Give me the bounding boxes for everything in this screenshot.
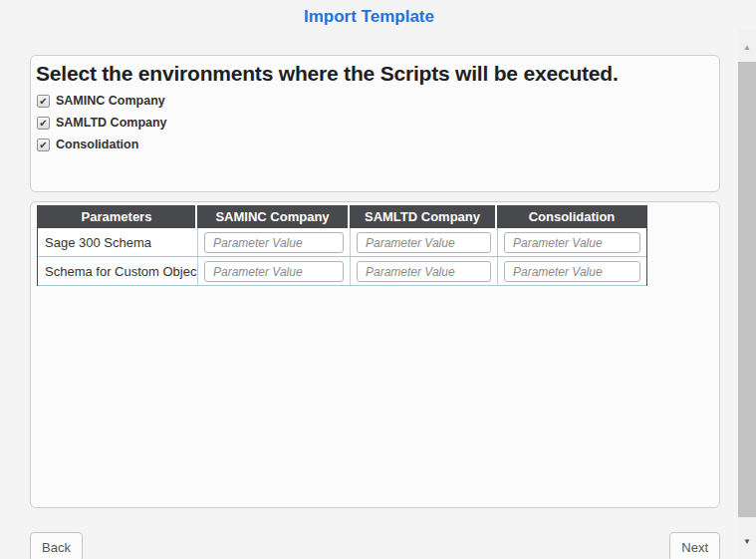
table-header-row: Parameters SAMINC Company SAMLTD Company… (38, 205, 646, 228)
table-cell (350, 257, 497, 285)
checkbox-row-samltd[interactable]: ✔ SAMLTD Company (37, 112, 719, 134)
parameter-value-input[interactable] (204, 232, 344, 253)
scroll-up-icon[interactable]: ▲ (738, 43, 756, 53)
vertical-scrollbar[interactable]: ▲ ▼ (738, 30, 756, 559)
parameter-name: Sage 300 Schema (38, 228, 197, 256)
environments-heading: Select the environments where the Script… (36, 62, 719, 86)
column-header-consolidation: Consolidation (497, 205, 646, 228)
parameter-value-input[interactable] (504, 261, 640, 282)
column-header-samltd: SAMLTD Company (350, 205, 495, 228)
import-template-page: Import Template Select the environments … (0, 0, 756, 559)
checkbox-row-consolidation[interactable]: ✔ Consolidation (37, 134, 719, 155)
back-button[interactable]: Back (30, 532, 83, 559)
table-cell (197, 228, 350, 256)
table-row: Schema for Custom Objects (38, 257, 646, 286)
checkbox-checked-icon[interactable]: ✔ (37, 139, 50, 151)
parameters-table: Parameters SAMINC Company SAMLTD Company… (37, 205, 647, 286)
parameter-name: Schema for Custom Objects (38, 257, 197, 285)
parameter-value-input[interactable] (357, 232, 491, 253)
parameter-value-input[interactable] (204, 261, 344, 282)
column-header-parameters: Parameters (38, 205, 195, 228)
next-button[interactable]: Next (669, 532, 720, 559)
checkbox-row-saminc[interactable]: ✔ SAMINC Company (37, 90, 719, 112)
table-cell (350, 228, 497, 256)
checkbox-label: Consolidation (56, 138, 138, 151)
checkbox-label: SAMLTD Company (56, 116, 167, 130)
scroll-down-icon[interactable]: ▼ (738, 537, 756, 547)
parameter-value-input[interactable] (504, 232, 640, 253)
column-header-saminc: SAMINC Company (197, 205, 348, 228)
checkbox-checked-icon[interactable]: ✔ (37, 95, 50, 108)
parameter-value-input[interactable] (357, 261, 491, 282)
parameters-panel: Parameters SAMINC Company SAMLTD Company… (30, 201, 720, 508)
table-cell (197, 257, 350, 285)
environments-options: ✔ SAMINC Company ✔ SAMLTD Company ✔ Cons… (37, 90, 719, 155)
checkbox-label: SAMINC Company (56, 94, 165, 108)
page-title: Import Template (0, 7, 738, 27)
table-row: Sage 300 Schema (38, 228, 646, 257)
table-cell (497, 257, 646, 285)
environments-panel: Select the environments where the Script… (30, 55, 720, 192)
table-cell (497, 228, 646, 256)
checkbox-checked-icon[interactable]: ✔ (37, 117, 50, 130)
scrollbar-thumb[interactable] (738, 62, 756, 517)
